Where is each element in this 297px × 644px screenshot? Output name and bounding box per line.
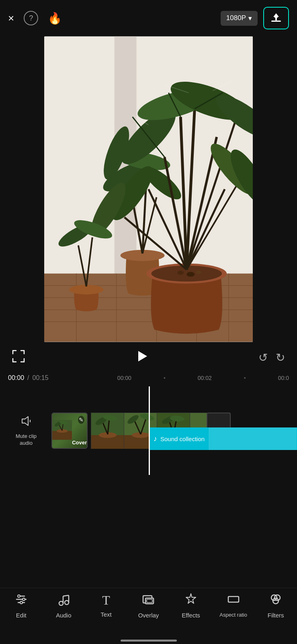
redo-icon[interactable]: ↻ [276, 351, 285, 364]
svg-point-26 [177, 271, 184, 275]
marker-dot1: • [164, 375, 166, 381]
undo-icon[interactable]: ↺ [258, 351, 268, 364]
timeline-markers: 00:00 • 00:02 • 00:0 [117, 375, 289, 381]
resolution-arrow: ▾ [248, 14, 252, 23]
nav-label-audio: Audio [56, 612, 71, 619]
nav-item-audio[interactable]: Audio [47, 593, 80, 619]
cover-edit-icon: ✎ [78, 416, 84, 424]
overlay-icon [142, 593, 155, 609]
text-icon: T [102, 593, 110, 608]
audio-icon [57, 593, 70, 609]
export-icon [270, 12, 282, 24]
svg-point-97 [20, 601, 23, 604]
svg-marker-2 [273, 13, 279, 18]
sound-label: Sound collection [160, 436, 205, 442]
svg-marker-60 [22, 417, 28, 425]
nav-item-aspect-ratio[interactable]: Aspect ratio [217, 593, 250, 618]
sound-note-icon: ♪ [154, 435, 157, 443]
controls-bar: ↺ ↻ [0, 343, 297, 372]
timeline-bar: 00:00 / 00:15 00:00 • 00:02 • 00:0 [0, 372, 297, 384]
mute-section: Mute clip audio [0, 415, 48, 447]
aspect-ratio-icon [227, 593, 240, 609]
home-indicator [121, 640, 177, 642]
filters-icon [269, 593, 282, 609]
svg-point-99 [65, 601, 69, 605]
marker-0: 00:00 [117, 375, 131, 381]
svg-line-102 [63, 595, 69, 596]
nav-item-effects[interactable]: Effects [175, 593, 207, 619]
svg-rect-107 [228, 597, 239, 602]
nav-label-text: Text [100, 611, 112, 618]
nav-label-aspect-ratio: Aspect ratio [219, 612, 247, 618]
playhead [149, 386, 150, 475]
mute-icon[interactable] [20, 415, 32, 430]
svg-point-94 [18, 595, 20, 597]
nav-label-edit: Edit [16, 612, 27, 619]
resolution-label: 1080P [226, 14, 246, 22]
nav-item-edit[interactable]: Edit [5, 593, 37, 619]
cover-label: Cover [72, 440, 87, 448]
nav-label-overlay: Overlay [138, 612, 159, 619]
marker-2: 00:02 [198, 375, 212, 381]
nav-label-filters: Filters [268, 612, 284, 619]
svg-marker-59 [138, 351, 147, 361]
nav-item-filters[interactable]: Filters [260, 593, 292, 619]
fullscreen-icon[interactable] [12, 350, 25, 365]
help-icon[interactable]: ? [24, 11, 38, 25]
mute-label: Mute clip audio [16, 433, 37, 447]
time-separator: / [27, 374, 29, 382]
marker-dot2: • [244, 375, 246, 381]
total-time: 00:15 [33, 374, 49, 382]
svg-point-95 [23, 598, 25, 601]
plant-image [44, 36, 253, 342]
header: × ? 🔥 1080P ▾ [0, 0, 297, 36]
svg-point-27 [186, 272, 195, 277]
svg-marker-106 [186, 594, 196, 603]
bottom-nav: Edit Audio T Text Overlay [0, 588, 297, 632]
play-button[interactable] [134, 349, 150, 367]
svg-rect-0 [271, 21, 281, 22]
edit-icon [15, 593, 28, 609]
svg-point-98 [59, 601, 63, 605]
undo-redo-controls: ↺ ↻ [258, 351, 285, 364]
video-preview [44, 36, 253, 342]
clip-thumb-1[interactable] [91, 413, 124, 449]
marker-3: 00:0 [278, 375, 289, 381]
nav-item-text[interactable]: T Text [90, 593, 122, 618]
waveform-visualization [208, 427, 297, 450]
close-icon[interactable]: × [8, 12, 14, 25]
header-right: 1080P ▾ [221, 7, 289, 29]
header-left: × ? 🔥 [8, 11, 62, 25]
export-button[interactable] [263, 7, 289, 29]
cover-thumbnail[interactable]: Cover ✎ [51, 413, 88, 449]
brand-flame-icon: 🔥 [48, 12, 62, 25]
nav-item-overlay[interactable]: Overlay [132, 593, 164, 619]
current-time: 00:00 [8, 374, 24, 382]
effects-icon [184, 593, 197, 609]
resolution-button[interactable]: 1080P ▾ [221, 11, 258, 26]
nav-label-effects: Effects [182, 612, 200, 619]
sound-bar[interactable]: ♪ Sound collection [149, 427, 297, 450]
cover-image [52, 413, 72, 448]
svg-point-28 [196, 271, 201, 274]
